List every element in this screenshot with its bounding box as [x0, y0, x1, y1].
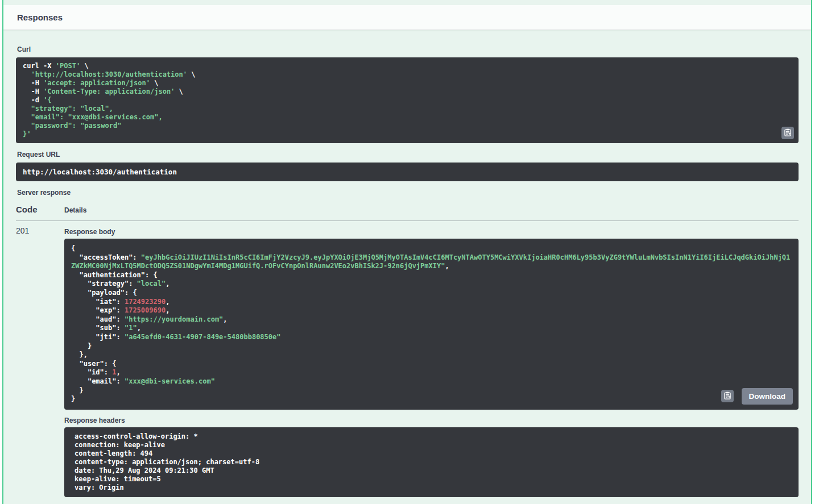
response-body-label: Response body: [64, 228, 799, 236]
curl-command-text: curl -X 'POST' \ 'http://localhost:3030/…: [16, 57, 799, 143]
response-body-text: { "accessToken": "eyJhbGciOiJIUzI1NiIsIn…: [64, 239, 799, 410]
request-url-block: http://localhost:3030/authentication: [16, 163, 799, 181]
copy-to-clipboard-button[interactable]: [721, 390, 734, 402]
response-headers-text: access-control-allow-origin: *connection…: [64, 427, 799, 497]
curl-command-block: curl -X 'POST' \ 'http://localhost:3030/…: [16, 57, 799, 143]
response-headers-label: Response headers: [64, 416, 799, 424]
responses-body: Curl curl -X 'POST' \ 'http://localhost:…: [3, 45, 811, 502]
response-body-actions: Download: [721, 388, 793, 405]
response-body-block: { "accessToken": "eyJhbGciOiJIUzI1NiIsIn…: [64, 239, 799, 410]
request-url-label: Request URL: [16, 151, 799, 159]
swagger-ui-page: Responses Curl curl -X 'POST' \ 'http://…: [0, 0, 819, 504]
server-response-label: Server response: [16, 189, 799, 197]
responses-title: Responses: [17, 13, 63, 22]
response-row-201: 201 Response body { "accessToken": "eyJh…: [16, 221, 799, 502]
curl-label: Curl: [16, 45, 799, 53]
copy-to-clipboard-button[interactable]: [781, 127, 794, 139]
opblock-post-responses: Responses Curl curl -X 'POST' \ 'http://…: [2, 0, 812, 504]
request-url-value: http://localhost:3030/authentication: [23, 168, 792, 176]
clipboard-copy-icon: [784, 128, 792, 138]
response-table-header: Code Details: [16, 205, 799, 221]
server-response-table: Code Details 201 Response body { "access…: [16, 205, 799, 502]
code-column-header: Code: [16, 205, 64, 214]
response-headers-block: access-control-allow-origin: *connection…: [64, 427, 799, 497]
download-button[interactable]: Download: [742, 388, 793, 405]
details-column-header: Details: [64, 206, 799, 214]
status-code: 201: [16, 226, 64, 235]
responses-section-header: Responses: [3, 5, 811, 30]
clipboard-copy-icon: [723, 391, 731, 401]
